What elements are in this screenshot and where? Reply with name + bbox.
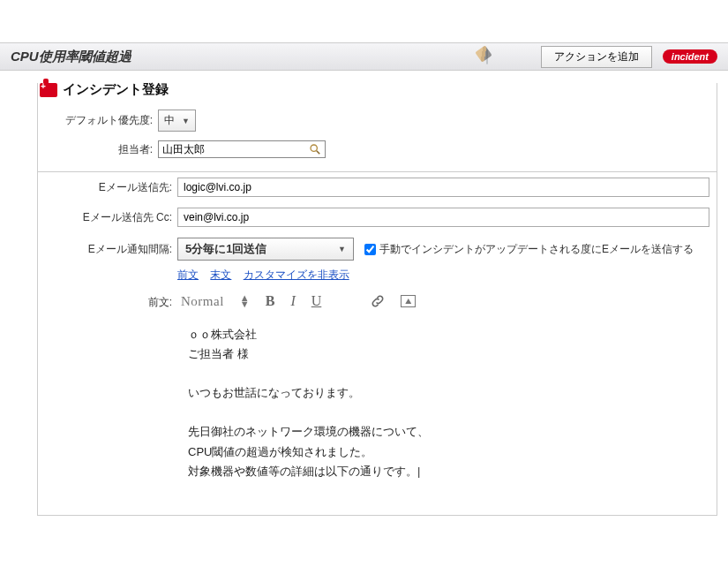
mail-cc-input[interactable] xyxy=(177,208,709,227)
font-style-select[interactable]: Normal xyxy=(181,294,224,309)
font-size-stepper[interactable]: ▲▼ xyxy=(240,295,250,307)
mail-interval-select[interactable]: 5分毎に1回送信 ▼ xyxy=(177,238,354,261)
chevron-down-icon: ▼ xyxy=(182,117,190,125)
manual-update-checkbox-row[interactable]: 手動でインシデントがアップデートされる度にEメールを送信する xyxy=(364,242,694,257)
editor-line: いつもお世話になっております。 xyxy=(188,383,709,403)
editor-line xyxy=(188,403,709,422)
editor-body[interactable]: ｏｏ株式会社ご担当者 様 いつもお世話になっております。 先日御社のネットワーク… xyxy=(38,311,717,499)
svg-point-0 xyxy=(311,145,317,151)
editor-line: CPU閾値の超過が検知されました。 xyxy=(188,442,709,462)
editor-line: 対象機器や数値等の詳細は以下の通りです。 xyxy=(188,462,709,481)
editor-line: ご担当者 様 xyxy=(188,344,709,364)
manual-update-checkbox[interactable] xyxy=(364,244,376,255)
edit-page-icon[interactable] xyxy=(486,50,488,64)
mail-to-input[interactable] xyxy=(177,178,709,197)
page-header: CPU使用率閾値超過 アクションを追加 incident xyxy=(0,42,728,71)
editor-line xyxy=(188,364,709,383)
svg-line-1 xyxy=(317,151,320,155)
bold-button[interactable]: B xyxy=(266,293,275,309)
assignee-label: 担当者: xyxy=(52,142,158,157)
suffix-link[interactable]: 末文 xyxy=(210,268,231,281)
add-action-button[interactable]: アクションを追加 xyxy=(541,46,652,68)
link-icon[interactable] xyxy=(371,294,385,308)
ambulance-icon xyxy=(40,83,57,97)
default-priority-value: 中 xyxy=(164,113,175,128)
mail-interval-value: 5分毎に1回送信 xyxy=(185,241,266,257)
default-priority-label: デフォルト優先度: xyxy=(52,113,158,128)
assignee-input[interactable] xyxy=(162,143,295,155)
default-priority-select[interactable]: 中 ▼ xyxy=(158,110,196,132)
chevron-down-icon: ▼ xyxy=(338,245,346,253)
mail-to-label: Eメール送信先: xyxy=(45,180,177,195)
incident-badge: incident xyxy=(663,49,717,64)
assignee-field-wrap xyxy=(158,140,326,158)
text-links: 前文 末文 カスタマイズを非表示 xyxy=(38,268,717,283)
editor-line: ｏｏ株式会社 xyxy=(188,325,709,344)
manual-update-checkbox-label: 手動でインシデントがアップデートされる度にEメールを送信する xyxy=(379,242,694,257)
editor-line: 先日御社のネットワーク環境の機器について、 xyxy=(188,422,709,442)
search-icon[interactable] xyxy=(309,143,321,155)
hide-customize-link[interactable]: カスタマイズを非表示 xyxy=(244,268,349,281)
mail-cc-label: Eメール送信先 Cc: xyxy=(45,210,177,225)
image-icon[interactable] xyxy=(401,295,416,307)
prefix-link[interactable]: 前文 xyxy=(177,268,199,281)
section-title: インシデント登録 xyxy=(63,81,169,98)
underline-button[interactable]: U xyxy=(311,293,322,309)
incident-register-section: インシデント登録 デフォルト優先度: 中 ▼ 担当者: xyxy=(37,83,717,516)
prefix-editor-label: 前文: xyxy=(45,291,177,310)
editor-toolbar: Normal ▲▼ B I U xyxy=(177,291,419,311)
italic-button[interactable]: I xyxy=(290,293,295,309)
mail-interval-label: Eメール通知間隔: xyxy=(45,242,177,257)
page-title: CPU使用率閾値超過 xyxy=(11,49,131,65)
